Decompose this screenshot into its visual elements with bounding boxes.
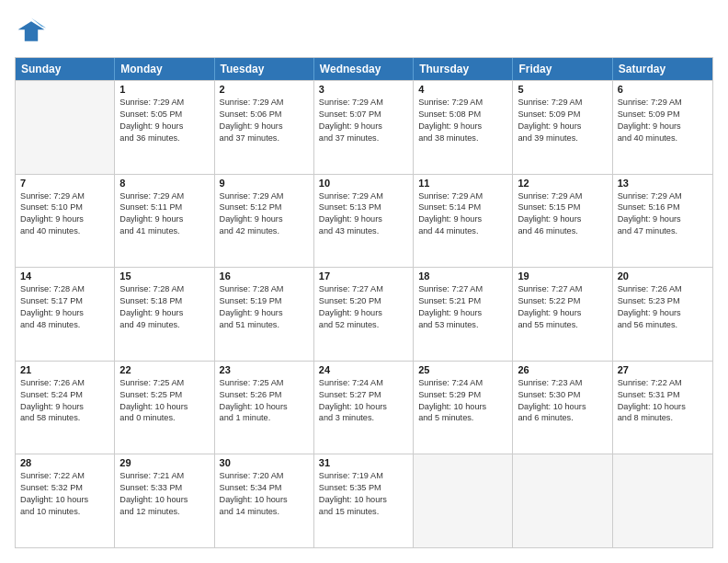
day-info: Sunrise: 7:29 AM Sunset: 5:12 PM Dayligh…: [220, 190, 309, 238]
week-row-5: 28Sunrise: 7:22 AM Sunset: 5:32 PM Dayli…: [16, 454, 712, 547]
week-row-2: 7Sunrise: 7:29 AM Sunset: 5:10 PM Daylig…: [16, 174, 712, 268]
day-info: Sunrise: 7:25 AM Sunset: 5:26 PM Dayligh…: [220, 377, 309, 425]
day-cell-23: 23Sunrise: 7:25 AM Sunset: 5:26 PM Dayli…: [215, 362, 314, 454]
header-day-thursday: Thursday: [414, 58, 513, 80]
day-info: Sunrise: 7:26 AM Sunset: 5:23 PM Dayligh…: [618, 283, 708, 331]
day-number: 29: [119, 457, 209, 468]
day-info: Sunrise: 7:29 AM Sunset: 5:15 PM Dayligh…: [518, 190, 607, 238]
day-number: 22: [119, 364, 209, 375]
day-info: Sunrise: 7:29 AM Sunset: 5:13 PM Dayligh…: [319, 190, 408, 238]
day-info: Sunrise: 7:21 AM Sunset: 5:33 PM Dayligh…: [119, 470, 209, 518]
day-number: 3: [319, 84, 408, 95]
day-number: 26: [518, 364, 607, 375]
day-number: 12: [518, 178, 607, 189]
day-cell-12: 12Sunrise: 7:29 AM Sunset: 5:15 PM Dayli…: [513, 175, 612, 268]
header-day-tuesday: Tuesday: [215, 58, 314, 80]
day-number: 15: [119, 270, 209, 282]
day-number: 30: [220, 457, 309, 468]
day-cell-16: 16Sunrise: 7:28 AM Sunset: 5:19 PM Dayli…: [215, 268, 314, 361]
day-cell-22: 22Sunrise: 7:25 AM Sunset: 5:25 PM Dayli…: [115, 362, 214, 454]
day-info: Sunrise: 7:29 AM Sunset: 5:14 PM Dayligh…: [418, 190, 507, 238]
day-number: 27: [618, 364, 708, 375]
day-cell-20: 20Sunrise: 7:26 AM Sunset: 5:23 PM Dayli…: [613, 268, 712, 361]
day-cell-28: 28Sunrise: 7:22 AM Sunset: 5:32 PM Dayli…: [16, 454, 115, 547]
day-number: 4: [418, 84, 507, 95]
page: SundayMondayTuesdayWednesdayThursdayFrid…: [0, 0, 728, 563]
day-cell-30: 30Sunrise: 7:20 AM Sunset: 5:34 PM Dayli…: [215, 454, 314, 547]
day-number: 5: [518, 84, 607, 95]
week-row-4: 21Sunrise: 7:26 AM Sunset: 5:24 PM Dayli…: [16, 361, 712, 454]
day-info: Sunrise: 7:29 AM Sunset: 5:08 PM Dayligh…: [418, 97, 507, 144]
day-cell-7: 7Sunrise: 7:29 AM Sunset: 5:10 PM Daylig…: [16, 175, 115, 268]
day-cell-10: 10Sunrise: 7:29 AM Sunset: 5:13 PM Dayli…: [314, 175, 414, 268]
header: [15, 15, 713, 48]
day-number: 17: [319, 270, 408, 282]
day-cell-19: 19Sunrise: 7:27 AM Sunset: 5:22 PM Dayli…: [513, 268, 612, 361]
calendar-header: SundayMondayTuesdayWednesdayThursdayFrid…: [16, 58, 712, 80]
day-info: Sunrise: 7:22 AM Sunset: 5:32 PM Dayligh…: [20, 470, 109, 518]
day-info: Sunrise: 7:29 AM Sunset: 5:10 PM Dayligh…: [20, 190, 109, 238]
day-info: Sunrise: 7:28 AM Sunset: 5:18 PM Dayligh…: [119, 283, 209, 331]
day-cell-31: 31Sunrise: 7:19 AM Sunset: 5:35 PM Dayli…: [314, 454, 414, 547]
calendar: SundayMondayTuesdayWednesdayThursdayFrid…: [15, 57, 713, 548]
day-number: 28: [20, 457, 109, 468]
header-day-friday: Friday: [513, 58, 612, 80]
day-cell-18: 18Sunrise: 7:27 AM Sunset: 5:21 PM Dayli…: [414, 268, 513, 361]
day-info: Sunrise: 7:22 AM Sunset: 5:31 PM Dayligh…: [618, 377, 708, 425]
week-row-1: 1Sunrise: 7:29 AM Sunset: 5:05 PM Daylig…: [16, 80, 712, 174]
day-cell-6: 6Sunrise: 7:29 AM Sunset: 5:09 PM Daylig…: [613, 81, 712, 174]
day-cell-26: 26Sunrise: 7:23 AM Sunset: 5:30 PM Dayli…: [513, 362, 612, 454]
day-number: 25: [418, 364, 507, 375]
day-number: 23: [220, 364, 309, 375]
day-cell-17: 17Sunrise: 7:27 AM Sunset: 5:20 PM Dayli…: [314, 268, 414, 361]
day-number: 10: [319, 178, 408, 189]
day-info: Sunrise: 7:19 AM Sunset: 5:35 PM Dayligh…: [319, 470, 408, 518]
day-info: Sunrise: 7:24 AM Sunset: 5:29 PM Dayligh…: [418, 377, 507, 425]
day-cell-13: 13Sunrise: 7:29 AM Sunset: 5:16 PM Dayli…: [613, 175, 712, 268]
day-number: 11: [418, 178, 507, 189]
day-number: 6: [618, 84, 708, 95]
day-info: Sunrise: 7:29 AM Sunset: 5:11 PM Dayligh…: [119, 190, 209, 238]
day-info: Sunrise: 7:29 AM Sunset: 5:07 PM Dayligh…: [319, 97, 408, 144]
day-cell-27: 27Sunrise: 7:22 AM Sunset: 5:31 PM Dayli…: [613, 362, 712, 454]
day-cell-11: 11Sunrise: 7:29 AM Sunset: 5:14 PM Dayli…: [414, 175, 513, 268]
logo-icon: [15, 15, 48, 48]
day-cell-25: 25Sunrise: 7:24 AM Sunset: 5:29 PM Dayli…: [414, 362, 513, 454]
header-day-monday: Monday: [115, 58, 214, 80]
day-info: Sunrise: 7:29 AM Sunset: 5:06 PM Dayligh…: [220, 97, 309, 144]
day-info: Sunrise: 7:27 AM Sunset: 5:21 PM Dayligh…: [418, 283, 507, 331]
header-day-sunday: Sunday: [16, 58, 115, 80]
day-number: 31: [319, 457, 408, 468]
logo: [15, 15, 51, 48]
day-cell-8: 8Sunrise: 7:29 AM Sunset: 5:11 PM Daylig…: [115, 175, 214, 268]
day-info: Sunrise: 7:29 AM Sunset: 5:09 PM Dayligh…: [618, 97, 708, 144]
day-cell-2: 2Sunrise: 7:29 AM Sunset: 5:06 PM Daylig…: [215, 81, 314, 174]
day-info: Sunrise: 7:23 AM Sunset: 5:30 PM Dayligh…: [518, 377, 607, 425]
day-info: Sunrise: 7:26 AM Sunset: 5:24 PM Dayligh…: [20, 377, 109, 425]
day-info: Sunrise: 7:24 AM Sunset: 5:27 PM Dayligh…: [319, 377, 408, 425]
day-info: Sunrise: 7:20 AM Sunset: 5:34 PM Dayligh…: [220, 470, 309, 518]
empty-cell: [613, 454, 712, 547]
day-number: 21: [20, 364, 109, 375]
day-cell-29: 29Sunrise: 7:21 AM Sunset: 5:33 PM Dayli…: [115, 454, 214, 547]
day-cell-24: 24Sunrise: 7:24 AM Sunset: 5:27 PM Dayli…: [314, 362, 414, 454]
day-info: Sunrise: 7:28 AM Sunset: 5:19 PM Dayligh…: [220, 283, 309, 331]
day-cell-4: 4Sunrise: 7:29 AM Sunset: 5:08 PM Daylig…: [414, 81, 513, 174]
header-day-saturday: Saturday: [613, 58, 712, 80]
empty-cell: [16, 81, 115, 174]
day-info: Sunrise: 7:28 AM Sunset: 5:17 PM Dayligh…: [20, 283, 109, 331]
day-number: 19: [518, 270, 607, 282]
day-number: 7: [20, 178, 109, 189]
day-info: Sunrise: 7:27 AM Sunset: 5:22 PM Dayligh…: [518, 283, 607, 331]
week-row-3: 14Sunrise: 7:28 AM Sunset: 5:17 PM Dayli…: [16, 267, 712, 361]
day-number: 8: [119, 178, 209, 189]
empty-cell: [513, 454, 612, 547]
day-number: 18: [418, 270, 507, 282]
day-number: 14: [20, 270, 109, 282]
day-cell-1: 1Sunrise: 7:29 AM Sunset: 5:05 PM Daylig…: [115, 81, 214, 174]
day-info: Sunrise: 7:29 AM Sunset: 5:16 PM Dayligh…: [618, 190, 708, 238]
day-info: Sunrise: 7:29 AM Sunset: 5:05 PM Dayligh…: [119, 97, 209, 144]
calendar-body: 1Sunrise: 7:29 AM Sunset: 5:05 PM Daylig…: [16, 80, 712, 547]
day-cell-3: 3Sunrise: 7:29 AM Sunset: 5:07 PM Daylig…: [314, 81, 414, 174]
day-cell-14: 14Sunrise: 7:28 AM Sunset: 5:17 PM Dayli…: [16, 268, 115, 361]
